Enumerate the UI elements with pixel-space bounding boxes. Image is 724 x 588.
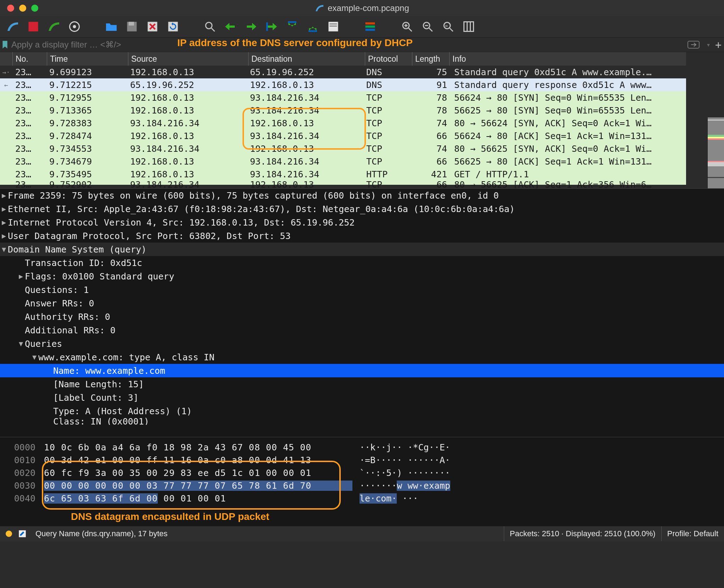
col-time[interactable]: Time [47,52,128,66]
tree-eth[interactable]: Ethernet II, Src: Apple_2a:43:67 (f0:18:… [8,204,515,214]
svg-rect-17 [366,29,375,31]
go-to-packet-icon[interactable] [265,20,278,33]
edit-icon[interactable] [18,529,27,538]
annotation-destination: IP address of the DNS server configured … [177,37,413,49]
packet-details[interactable]: ▶Frame 2359: 75 bytes on wire (600 bits)… [0,188,724,437]
col-no[interactable]: No. [12,52,47,66]
tree-namelen[interactable]: [Name Length: 15] [53,379,144,389]
packet-row[interactable]: 23…9.712955192.168.0.1393.184.216.34TCP7… [0,91,686,104]
tree-query-entry[interactable]: www.example.com: type A, class IN [38,352,215,362]
add-filter-button[interactable]: + [713,39,724,51]
open-file-icon[interactable] [105,20,118,33]
tree-answer[interactable]: Answer RRs: 0 [25,298,94,309]
go-last-icon[interactable] [306,20,319,33]
svg-rect-9 [266,22,268,31]
svg-rect-11 [308,30,317,32]
col-source[interactable]: Source [128,52,248,66]
window-title: example-com.pcapng [328,3,409,13]
packet-list: No. Time Source Destination Protocol Len… [0,52,686,188]
tree-ip[interactable]: Internet Protocol Version 4, Src: 192.16… [8,217,355,228]
reload-file-icon[interactable] [167,20,179,33]
close-icon[interactable] [7,5,14,12]
packet-row[interactable]: →·23…9.699123192.168.0.1365.19.96.252DNS… [0,66,686,78]
packet-bytes[interactable]: 000010 0c 6b 0a a4 6a f0 18 98 2a 43 67 … [0,437,724,526]
packet-list-header: No. Time Source Destination Protocol Len… [0,52,686,66]
zoom-out-icon[interactable] [421,20,434,33]
minimize-icon[interactable] [19,5,26,12]
col-length[interactable]: Length [412,52,449,66]
colorize-icon[interactable] [364,20,377,33]
wireshark-window: example-com.pcapng = IP address of the D… [0,0,724,588]
find-packet-icon[interactable] [204,20,216,33]
resize-columns-icon[interactable] [462,20,475,33]
svg-point-2 [73,25,76,28]
go-back-icon[interactable] [224,20,237,33]
tree-class[interactable]: Class: IN (0x0001) [53,418,149,425]
svg-line-8 [212,28,215,32]
packet-row[interactable]: 23…9.713365192.168.0.1393.184.216.34TCP7… [0,104,686,117]
go-first-icon[interactable] [286,20,299,33]
col-protocol[interactable]: Protocol [365,52,412,66]
svg-rect-0 [29,22,38,32]
tree-txid[interactable]: Transaction ID: 0xd51c [25,258,142,268]
start-capture-icon[interactable] [6,20,19,33]
go-forward-icon[interactable] [245,20,257,33]
packet-row[interactable]: 23…9.72838393.184.216.34192.168.0.13TCP7… [0,117,686,129]
svg-line-26 [450,28,453,32]
packet-row[interactable]: ←23…9.71221565.19.96.252192.168.0.13DNS9… [0,78,686,91]
tree-dns[interactable]: Domain Name System (query) [8,244,146,255]
svg-rect-4 [129,22,134,26]
svg-line-23 [429,28,433,32]
bookmark-icon[interactable] [0,38,10,52]
annotation-hex: DNS datagram encapsulted in UDP packet [71,511,269,522]
tree-udp[interactable]: User Datagram Protocol, Src Port: 63802,… [8,231,291,241]
packet-row[interactable]: 23…9.75290293.184.216.34192.168.0.13TCP6… [0,181,686,188]
tree-questions[interactable]: Questions: 1 [25,285,89,295]
titlebar: example-com.pcapng [0,0,724,16]
tree-queries[interactable]: Queries [25,339,62,349]
zoom-reset-icon[interactable]: = [442,20,455,33]
filter-apply-icon[interactable] [683,41,704,49]
tree-frame[interactable]: Frame 2359: 75 bytes on wire (600 bits),… [8,190,499,201]
col-destination[interactable]: Destination [248,52,365,66]
restart-capture-icon[interactable] [48,20,60,33]
save-file-icon[interactable] [126,20,138,33]
tree-flags[interactable]: Flags: 0x0100 Standard query [25,271,174,282]
packet-row[interactable]: 23…9.728474192.168.0.1393.184.216.34TCP6… [0,129,686,142]
packet-list-body[interactable]: →·23…9.699123192.168.0.1365.19.96.252DNS… [0,66,686,188]
status-profile[interactable]: Profile: Default [661,526,724,541]
svg-rect-16 [366,26,375,28]
svg-line-19 [409,28,412,32]
svg-rect-15 [366,22,375,24]
svg-rect-28 [464,22,474,32]
packet-row[interactable]: 23…9.73455393.184.216.34192.168.0.13TCP7… [0,142,686,155]
wireshark-icon [315,4,324,13]
expert-info-icon[interactable] [6,531,12,537]
filter-dropdown-icon[interactable]: ▾ [704,40,713,49]
svg-point-7 [206,22,212,29]
close-file-icon[interactable] [146,20,159,33]
zoom-in-icon[interactable] [401,20,413,33]
packet-row[interactable]: 23…9.734679192.168.0.1393.184.216.34TCP6… [0,155,686,168]
svg-rect-14 [330,26,337,27]
packet-row[interactable]: 23…9.735495192.168.0.1393.184.216.34HTTP… [0,168,686,181]
status-packets: Packets: 2510 · Displayed: 2510 (100.0%) [504,526,661,541]
status-bar: Query Name (dns.qry.name), 17 bytes Pack… [0,526,724,541]
zoom-icon[interactable] [31,5,38,12]
tree-auth[interactable]: Authority RRs: 0 [25,312,110,322]
main-toolbar: = [0,16,724,38]
status-field: Query Name (dns.qry.name), 17 bytes [35,529,168,538]
tree-add[interactable]: Additional RRs: 0 [25,325,116,335]
auto-scroll-icon[interactable] [327,20,340,33]
tree-qname[interactable]: Name: www.example.com [53,366,165,376]
tree-type[interactable]: Type: A (Host Address) (1) [53,406,192,416]
svg-text:=: = [445,23,448,29]
svg-rect-10 [288,21,296,23]
stop-capture-icon[interactable] [27,20,40,33]
col-info[interactable]: Info [449,52,686,66]
tree-labelcount[interactable]: [Label Count: 3] [53,393,139,403]
capture-options-icon[interactable] [68,20,81,33]
svg-rect-13 [330,23,337,24]
